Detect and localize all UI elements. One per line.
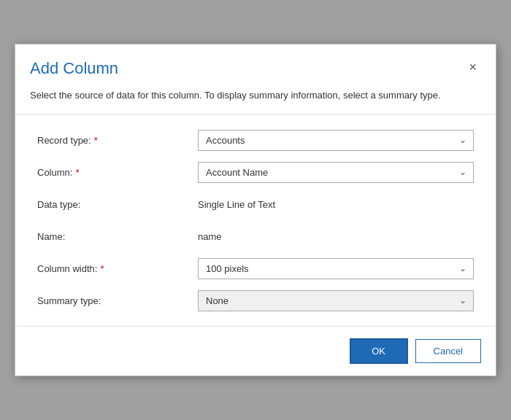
close-button[interactable]: ×	[464, 59, 481, 75]
column-width-row: Column width: * 50 pixels 75 pixels 100 …	[37, 257, 474, 279]
column-control: Account Name Account Number Phone Email …	[198, 162, 474, 183]
dialog-description: Select the source of data for this colum…	[15, 85, 496, 115]
record-type-control: Accounts Contacts Leads Opportunities ⌄	[198, 130, 474, 151]
dialog-body: Record type: * Accounts Contacts Leads O…	[15, 114, 496, 326]
column-required: *	[75, 167, 79, 178]
ok-button[interactable]: OK	[350, 338, 408, 364]
summary-type-dropdown[interactable]: None Sum Average Count Min Max	[198, 290, 474, 311]
column-width-dropdown[interactable]: 50 pixels 75 pixels 100 pixels 150 pixel…	[198, 258, 474, 279]
name-value: name	[198, 230, 474, 243]
dialog-title: Add Column	[30, 59, 118, 78]
dialog-footer: OK Cancel	[15, 326, 496, 376]
summary-type-control: None Sum Average Count Min Max ⌄	[198, 290, 474, 311]
record-type-required: *	[94, 135, 98, 146]
name-row: Name: name	[37, 225, 474, 247]
data-type-row: Data type: Single Line of Text	[37, 193, 474, 215]
column-width-control: 50 pixels 75 pixels 100 pixels 150 pixel…	[198, 258, 474, 279]
dialog-header: Add Column ×	[15, 44, 496, 85]
column-width-required: *	[100, 263, 104, 274]
record-type-label: Record type: *	[37, 135, 198, 146]
data-type-value: Single Line of Text	[198, 198, 474, 211]
record-type-row: Record type: * Accounts Contacts Leads O…	[37, 129, 474, 151]
add-column-dialog: Add Column × Select the source of data f…	[15, 44, 496, 377]
dialog-overlay: Add Column × Select the source of data f…	[0, 0, 511, 420]
column-row: Column: * Account Name Account Number Ph…	[37, 161, 474, 183]
data-type-label: Data type:	[37, 199, 198, 210]
column-width-label: Column width: *	[37, 263, 198, 274]
summary-type-label: Summary type:	[37, 295, 198, 306]
cancel-button[interactable]: Cancel	[415, 339, 481, 363]
record-type-dropdown[interactable]: Accounts Contacts Leads Opportunities	[198, 130, 474, 151]
column-label: Column: *	[37, 167, 198, 178]
column-dropdown[interactable]: Account Name Account Number Phone Email	[198, 162, 474, 183]
name-label: Name:	[37, 231, 198, 242]
summary-type-row: Summary type: None Sum Average Count Min…	[37, 289, 474, 311]
